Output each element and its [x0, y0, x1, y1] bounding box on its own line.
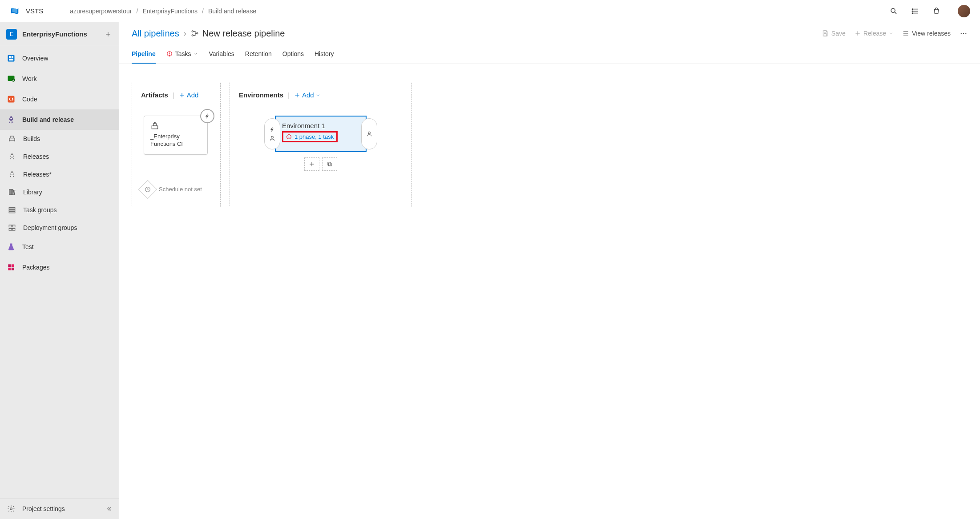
nav-test[interactable]: Test	[0, 237, 119, 257]
releases-icon	[7, 169, 17, 179]
svg-point-36	[10, 508, 12, 510]
tab-history[interactable]: History	[315, 44, 334, 64]
svg-point-52	[169, 55, 169, 55]
svg-point-7	[912, 12, 913, 13]
svg-rect-10	[8, 55, 15, 62]
breadcrumb-project[interactable]: EnterprisyFunctions	[142, 8, 198, 15]
svg-rect-26	[9, 209, 15, 211]
release-button: Release	[855, 30, 893, 37]
more-icon[interactable]	[960, 29, 968, 37]
nav-work[interactable]: Work	[0, 68, 119, 89]
nav-label: Library	[23, 189, 42, 196]
add-environment-button[interactable]: Add	[294, 91, 320, 99]
svg-rect-13	[9, 59, 13, 60]
tab-variables[interactable]: Variables	[209, 44, 234, 64]
subnav-deployment-groups[interactable]: Deployment groups	[0, 219, 119, 237]
tab-options[interactable]: Options	[282, 44, 304, 64]
avatar[interactable]	[958, 5, 970, 17]
subnav-releases[interactable]: Releases	[0, 148, 119, 165]
nav-label: Work	[22, 75, 36, 82]
search-icon[interactable]	[889, 7, 898, 16]
post-deployment-conditions[interactable]	[361, 118, 377, 149]
svg-point-17	[10, 118, 12, 119]
svg-rect-11	[9, 56, 11, 58]
subnav-builds[interactable]: Builds	[0, 130, 119, 148]
nav-label: Build and release	[22, 116, 74, 123]
schedule-row[interactable]: Schedule not set	[141, 183, 211, 196]
svg-rect-12	[12, 56, 13, 58]
artifacts-column: Artifacts | Add _Ente	[132, 82, 221, 207]
plus-icon[interactable]	[104, 30, 113, 39]
nav-label: Project settings	[22, 505, 65, 512]
environment-card[interactable]: Environment 1 1 phase, 1 task	[275, 116, 367, 152]
tab-pipeline[interactable]: Pipeline	[132, 44, 156, 64]
svg-rect-29	[12, 225, 15, 227]
nav-label: Test	[22, 243, 34, 250]
svg-rect-33	[12, 264, 14, 267]
dashboard-icon	[6, 53, 16, 63]
trigger-icon[interactable]	[200, 109, 214, 123]
nav-label: Task groups	[23, 206, 56, 213]
nav-label: Releases	[23, 153, 49, 160]
clone-environment-button[interactable]	[322, 157, 337, 171]
subnav-task-groups[interactable]: Task groups	[0, 201, 119, 219]
svg-line-1	[895, 12, 896, 13]
pipeline-icon	[191, 29, 199, 37]
environment-name: Environment 1	[282, 122, 359, 129]
svg-point-64	[368, 132, 371, 134]
svg-rect-23	[12, 189, 13, 195]
work-icon	[6, 74, 16, 84]
chevron-right-icon: ›	[184, 29, 186, 38]
svg-rect-35	[12, 268, 14, 270]
nav-label: Code	[22, 96, 37, 103]
nav-label: Overview	[22, 55, 48, 62]
artifact-card[interactable]: _Enterprisy Functions CI	[144, 116, 208, 155]
svg-rect-40	[824, 31, 826, 32]
marketplace-icon[interactable]	[932, 7, 941, 16]
environments-column: Environments | Add	[230, 82, 412, 207]
environments-title: Environments	[239, 91, 283, 99]
tab-tasks[interactable]: Tasks	[166, 44, 198, 64]
rocket-icon	[6, 115, 16, 125]
filter-list-icon[interactable]	[911, 7, 920, 16]
nav-build-release[interactable]: Build and release	[0, 109, 119, 130]
product-name: VSTS	[26, 7, 43, 15]
svg-point-39	[196, 33, 198, 34]
environment-tasks-link[interactable]: 1 phase, 1 task	[282, 131, 338, 142]
nav-packages[interactable]: Packages	[0, 257, 119, 278]
deployment-groups-icon	[7, 223, 17, 233]
svg-rect-32	[8, 264, 11, 267]
svg-rect-68	[328, 162, 331, 165]
nav-code[interactable]: Code	[0, 89, 119, 109]
breadcrumb-hub[interactable]: Build and release	[208, 8, 256, 15]
nav-label: Builds	[23, 135, 40, 142]
nav-project-settings[interactable]: Project settings	[0, 499, 119, 519]
svg-rect-67	[329, 163, 331, 166]
svg-rect-34	[8, 268, 11, 270]
svg-rect-16	[8, 96, 15, 103]
svg-point-38	[192, 35, 193, 36]
breadcrumb: azuresuperpowerstour / EnterprisyFunctio…	[70, 8, 256, 15]
artifact-name: _Enterprisy Functions CI	[150, 133, 201, 148]
artifact-build-icon	[150, 121, 201, 130]
all-pipelines-link[interactable]: All pipelines	[132, 28, 179, 39]
project-name[interactable]: EnterprisyFunctions	[22, 30, 104, 38]
add-artifact-button[interactable]: Add	[179, 91, 199, 99]
svg-point-47	[961, 33, 962, 34]
subnav-library[interactable]: Library	[0, 183, 119, 201]
svg-rect-19	[11, 136, 13, 138]
add-environment-inline-button[interactable]	[304, 157, 319, 171]
svg-rect-25	[9, 208, 15, 209]
nav-label: Packages	[22, 264, 49, 271]
collapse-icon[interactable]	[105, 505, 113, 512]
nav-overview[interactable]: Overview	[0, 48, 119, 68]
subnav-releases-star[interactable]: Releases*	[0, 165, 119, 183]
test-icon	[6, 242, 16, 252]
breadcrumb-account[interactable]: azuresuperpowerstour	[70, 8, 132, 15]
project-badge: E	[6, 29, 17, 40]
view-releases-button[interactable]: View releases	[902, 30, 951, 37]
vsts-logo-icon	[10, 6, 20, 16]
tab-retention[interactable]: Retention	[245, 44, 272, 64]
pre-deployment-conditions[interactable]	[264, 118, 280, 149]
gear-icon	[6, 504, 16, 514]
